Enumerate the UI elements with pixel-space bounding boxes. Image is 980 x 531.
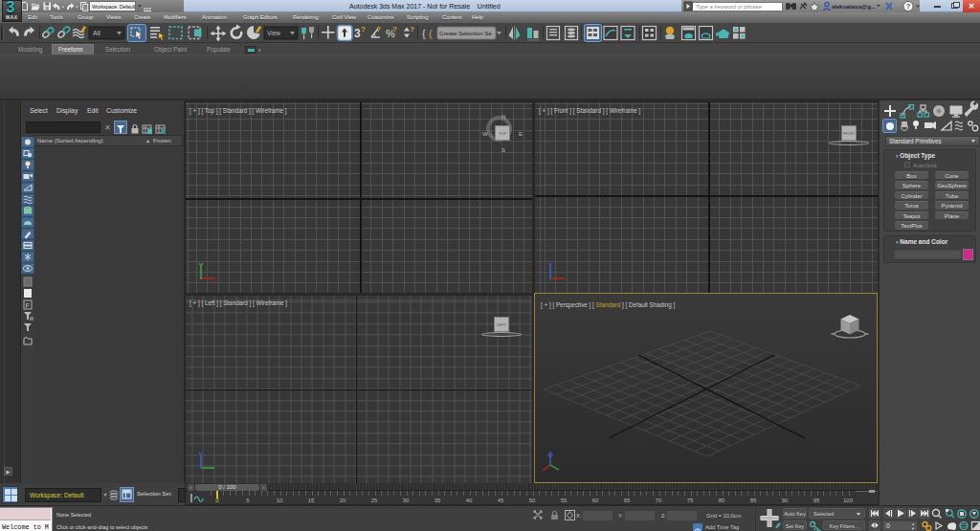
svg-text:?: ? bbox=[392, 25, 397, 33]
svg-text:(: ( bbox=[429, 28, 433, 39]
svg-text:F: F bbox=[26, 302, 30, 309]
svg-text:{: { bbox=[422, 28, 426, 39]
svg-text:All: All bbox=[93, 30, 100, 36]
svg-text:Create Selection Se: Create Selection Se bbox=[439, 30, 493, 36]
svg-text:View: View bbox=[267, 30, 280, 36]
svg-text:?: ? bbox=[361, 25, 366, 33]
svg-text:?: ? bbox=[376, 25, 381, 33]
svg-text:3: 3 bbox=[354, 27, 361, 40]
svg-text:?: ? bbox=[410, 25, 414, 33]
svg-text:?: ? bbox=[906, 2, 911, 11]
